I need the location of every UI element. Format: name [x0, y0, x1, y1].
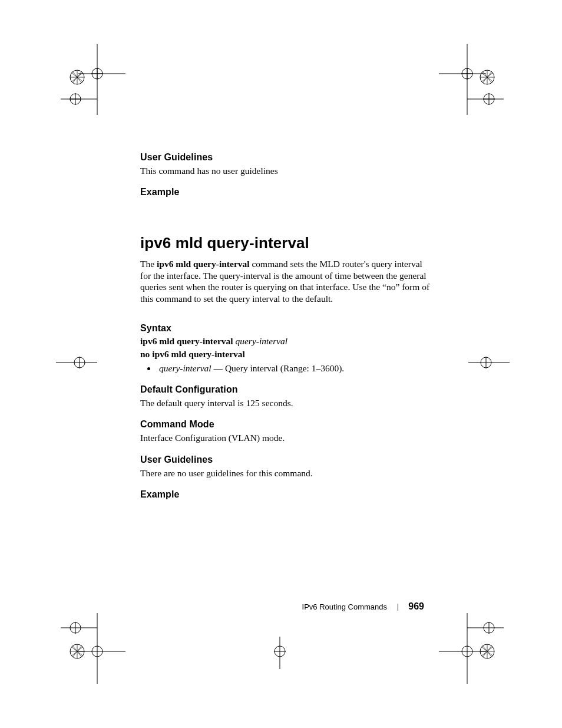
syntax-line-2: no ipv6 mld query-interval	[140, 349, 435, 360]
svg-line-7	[72, 71, 82, 83]
text-user-guidelines-1: This command has no user guidelines	[140, 165, 435, 176]
svg-line-23	[482, 71, 492, 83]
crop-mark-bottom-right	[433, 613, 504, 684]
page-footer: IPv6 Routing Commands 969	[0, 601, 424, 612]
footer-separator	[398, 604, 398, 611]
crop-mark-top-right	[433, 44, 504, 115]
svg-point-33	[74, 357, 85, 368]
svg-line-9	[72, 71, 82, 83]
intro-pre: The	[140, 259, 157, 269]
svg-point-39	[70, 622, 81, 633]
intro-command-name: ipv6 mld query-interval	[157, 259, 250, 269]
svg-line-45	[71, 647, 83, 656]
svg-point-42	[70, 644, 84, 658]
svg-line-59	[481, 647, 493, 656]
heading-example-2: Example	[140, 489, 435, 500]
svg-point-58	[480, 644, 494, 658]
heading-user-guidelines-1: User Guidelines	[140, 152, 435, 163]
svg-line-6	[71, 73, 83, 82]
heading-syntax: Syntax	[140, 323, 435, 334]
crop-mark-bottom-mid	[256, 637, 303, 672]
syntax-bullet-desc: — Query interval (Range: 1–3600).	[214, 363, 345, 373]
svg-point-28	[484, 94, 494, 104]
heading-user-guidelines-2: User Guidelines	[140, 454, 435, 465]
svg-line-44	[72, 645, 82, 657]
svg-line-24	[481, 73, 493, 82]
svg-line-8	[71, 73, 83, 82]
svg-point-55	[484, 622, 494, 633]
heading-example-1: Example	[140, 187, 435, 197]
svg-point-12	[70, 94, 81, 104]
svg-line-61	[481, 647, 493, 656]
syntax-bullet-arg: query-interval	[159, 363, 214, 373]
svg-line-25	[482, 71, 492, 83]
crop-mark-left-mid	[56, 345, 103, 380]
text-default-config: The default query interval is 125 second…	[140, 397, 435, 409]
text-command-intro: The ipv6 mld query-interval command sets…	[140, 258, 435, 304]
svg-point-52	[275, 646, 285, 657]
svg-point-50	[92, 646, 103, 657]
text-user-guidelines-2: There are no user guidelines for this co…	[140, 467, 435, 479]
heading-command-mode: Command Mode	[140, 419, 435, 430]
svg-line-22	[481, 73, 493, 82]
svg-line-43	[71, 647, 83, 656]
svg-line-46	[72, 645, 82, 657]
syntax-bullet-1: query-interval — Query interval (Range: …	[157, 363, 435, 374]
svg-point-18	[462, 68, 472, 79]
crop-mark-bottom-left	[61, 613, 131, 684]
svg-point-21	[480, 70, 494, 84]
text-command-mode: Interface Configuration (VLAN) mode.	[140, 432, 435, 443]
footer-page-number: 969	[408, 601, 424, 611]
svg-line-62	[482, 645, 492, 657]
footer-section-title: IPv6 Routing Commands	[302, 602, 388, 611]
svg-point-36	[481, 357, 491, 368]
syntax-1-arg: query-interval	[235, 336, 287, 346]
svg-point-2	[92, 68, 103, 79]
heading-default-config: Default Configuration	[140, 384, 435, 395]
svg-point-66	[462, 646, 472, 657]
syntax-line-1: ipv6 mld query-interval query-interval	[140, 336, 435, 347]
crop-mark-right-mid	[462, 345, 510, 380]
svg-point-5	[70, 70, 84, 84]
page-content: User Guidelines This command has no user…	[140, 152, 435, 502]
syntax-1-cmd: ipv6 mld query-interval	[140, 336, 235, 346]
svg-line-60	[482, 645, 492, 657]
heading-command-title: ipv6 mld query-interval	[140, 234, 435, 252]
crop-mark-top-left	[61, 44, 131, 115]
